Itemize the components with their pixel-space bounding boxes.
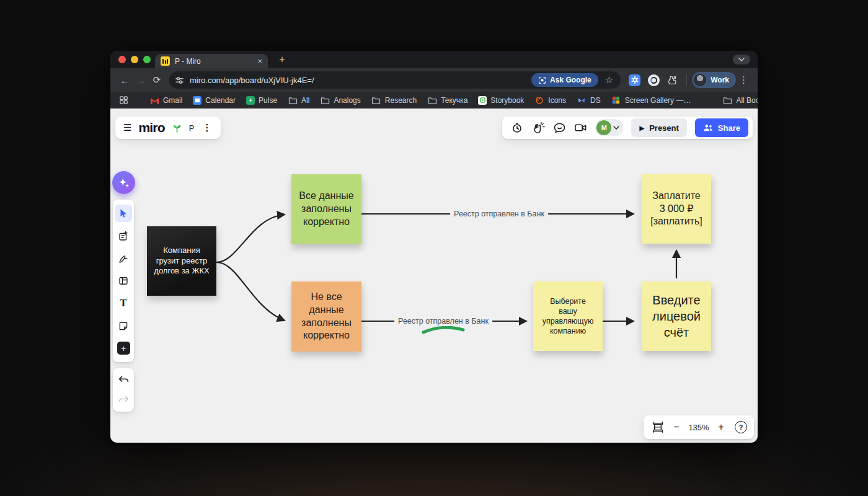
ai-assist-button[interactable] <box>112 171 135 194</box>
forward-button[interactable]: → <box>133 72 149 88</box>
user-avatar-chip[interactable]: M <box>595 119 623 136</box>
video-camera-icon[interactable] <box>574 122 587 133</box>
bookmark-label: All <box>301 96 309 105</box>
bookmark-pulse[interactable]: + Pulse <box>246 96 277 105</box>
browser-menu-button[interactable]: ⋮ <box>736 74 751 86</box>
board-header-right: M ▶ Present Share <box>502 117 753 139</box>
timer-icon[interactable] <box>512 122 524 134</box>
url-text[interactable]: miro.com/app/board/uXjVIU-jk4E=/ <box>190 76 526 85</box>
tab-strip: P - Miro × + <box>110 51 758 68</box>
folder-icon <box>427 95 437 105</box>
zoom-in-button[interactable]: + <box>714 420 728 435</box>
pen-tool[interactable] <box>115 250 132 267</box>
help-button[interactable]: ? <box>735 421 747 433</box>
bookmark-folder-analogs[interactable]: Analogs <box>320 95 360 105</box>
bookmark-storybook[interactable]: Storybook <box>478 96 524 105</box>
window-controls <box>118 56 151 63</box>
all-bookmarks-button[interactable]: All Bookmarks <box>722 95 758 105</box>
frames-icon <box>118 275 129 286</box>
share-button[interactable]: Share <box>695 118 748 137</box>
plus-icon: + <box>117 342 130 355</box>
reload-button[interactable]: ⟳ <box>149 72 165 88</box>
browser-tab[interactable]: P - Miro × <box>155 54 268 68</box>
browser-window: P - Miro × + ← → ⟳ miro.com/app/board/uX… <box>110 51 758 443</box>
bookmark-gmail[interactable]: Gmail <box>149 95 182 105</box>
bookmark-calendar[interactable]: Calendar <box>193 96 236 105</box>
miro-canvas[interactable]: Реестр отправлен в Банк Реестр отправлен… <box>110 108 758 443</box>
tab-search-button[interactable] <box>733 55 750 64</box>
present-button[interactable]: ▶ Present <box>631 118 686 137</box>
bookmark-folder-all[interactable]: All <box>288 95 309 105</box>
extensions-puzzle-icon[interactable] <box>667 75 678 86</box>
redo-icon <box>118 395 130 405</box>
sticky-note-choose-company[interactable]: Выберите вашу управляющую компанию <box>533 281 603 351</box>
address-bar[interactable]: miro.com/app/board/uXjVIU-jk4E=/ Ask Goo… <box>169 71 621 89</box>
sticky-note-icon <box>118 321 129 332</box>
maximize-window-button[interactable] <box>143 56 151 63</box>
connector-start-to-green[interactable] <box>216 215 285 262</box>
extension-icon[interactable] <box>648 74 660 86</box>
calendar-icon <box>193 96 202 105</box>
bookmark-folder-research[interactable]: Research <box>371 95 417 105</box>
avatar: M <box>596 120 611 135</box>
creation-toolbar: T + <box>113 200 134 362</box>
connector-start-to-orange[interactable] <box>216 262 285 321</box>
undo-button[interactable] <box>115 371 132 389</box>
green-marker-scribble[interactable] <box>423 327 463 332</box>
tab-close-icon[interactable]: × <box>257 57 262 65</box>
site-settings-icon[interactable] <box>175 76 184 85</box>
bookmark-ds[interactable]: DS <box>577 95 601 105</box>
board-menu-button[interactable]: ⋮ <box>201 122 213 133</box>
sparkles-icon <box>117 176 131 190</box>
more-tools[interactable]: + <box>115 340 132 357</box>
bookmark-screen-gallery[interactable]: Screen Gallery —… <box>611 95 691 105</box>
back-button[interactable]: ← <box>117 72 133 88</box>
minimize-window-button[interactable] <box>131 56 138 63</box>
bookmark-label: Pulse <box>259 96 277 105</box>
butterfly-icon <box>577 95 587 105</box>
reactions-icon[interactable] <box>532 122 545 134</box>
connector-label[interactable]: Реестр отправлен в Банк <box>394 316 492 326</box>
frames-tool[interactable] <box>115 272 132 290</box>
zoom-out-button[interactable]: − <box>669 420 684 435</box>
fit-to-screen-button[interactable] <box>650 420 665 435</box>
sticky-note-tool[interactable] <box>115 317 132 335</box>
zoom-controls: − 135% + ? <box>644 415 754 439</box>
bookmark-icons[interactable]: Icons <box>534 95 566 105</box>
folder-icon <box>722 95 732 105</box>
zoom-level[interactable]: 135% <box>688 423 710 432</box>
sticky-note-enter-account[interactable]: Введите лицевой счёт <box>642 281 711 351</box>
text-tool[interactable]: T <box>115 294 132 312</box>
bookmark-label: Storybook <box>490 96 524 105</box>
undo-redo-panel <box>113 368 134 412</box>
bookmark-star-icon[interactable]: ☆ <box>604 74 614 86</box>
extension-gear-icon[interactable] <box>629 74 640 86</box>
bookmark-label: Research <box>385 96 417 105</box>
new-tab-button[interactable]: + <box>275 53 289 66</box>
seedling-icon <box>172 123 182 133</box>
sticky-note-not-all-data-correct[interactable]: Не все данные заполнены корректно <box>291 281 361 352</box>
ask-google-button[interactable]: Ask Google <box>531 73 598 87</box>
bookmark-folder-tekuchka[interactable]: Текучка <box>427 95 467 105</box>
bookmark-label: Gmail <box>163 96 182 105</box>
all-bookmarks-label: All Bookmarks <box>736 96 758 105</box>
templates-tool[interactable] <box>115 228 132 245</box>
sticky-note-pay[interactable]: Заплатите 3 000 ₽ [заплатить] <box>642 174 711 244</box>
sticky-note-all-data-correct[interactable]: Все данные заполнены корректно <box>291 174 361 244</box>
bookmark-label: Текучка <box>441 96 467 105</box>
main-menu-button[interactable]: ☰ <box>123 122 131 133</box>
folder-icon <box>371 95 381 105</box>
profile-chip[interactable]: Work <box>692 72 736 88</box>
close-window-button[interactable] <box>118 56 126 63</box>
apps-grid-icon[interactable] <box>118 95 128 105</box>
folder-icon <box>288 95 298 105</box>
redo-button[interactable] <box>115 391 132 409</box>
select-tool[interactable] <box>115 205 132 222</box>
sticky-note-start[interactable]: Компания грузит реестр долгов за ЖКХ <box>147 226 216 296</box>
comments-icon[interactable] <box>553 122 566 134</box>
pulse-icon: + <box>246 96 255 105</box>
miro-logo[interactable]: miro <box>138 120 164 135</box>
bookmark-label: DS <box>590 96 601 105</box>
board-title[interactable]: P <box>189 123 195 133</box>
connector-label[interactable]: Реестр отправлен в Банк <box>450 209 548 219</box>
